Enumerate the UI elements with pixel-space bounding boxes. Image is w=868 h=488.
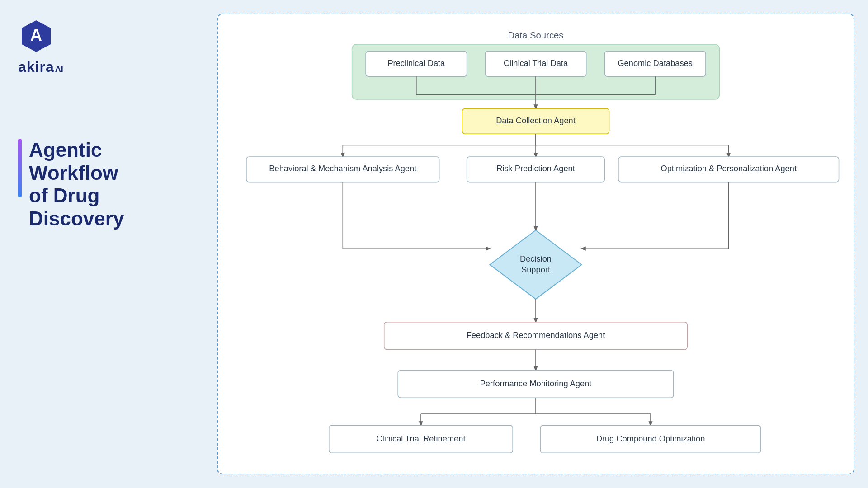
accent-bar: [18, 139, 22, 197]
decision-line1: Decision: [520, 254, 552, 263]
right-panel: Data Sources Preclinical Data Clinical T…: [208, 0, 868, 488]
data-sources-label: Data Sources: [508, 30, 563, 40]
risk-node: Risk Prediction Agent: [496, 164, 575, 173]
logo-icon: A: [18, 18, 54, 54]
trial-refinement-node: Clinical Trial Refinement: [377, 434, 466, 443]
logo-superscript: AI: [55, 65, 63, 74]
logo-text: akiraAI: [18, 59, 63, 75]
workflow-diagram: Data Sources Preclinical Data Clinical T…: [218, 14, 854, 474]
genomic-node: Genomic Databases: [618, 58, 693, 68]
logo-name: akira: [18, 59, 54, 75]
clinical-node: Clinical Trial Data: [504, 58, 568, 68]
drug-compound-node: Drug Compound Optimization: [596, 434, 705, 443]
left-panel: A akiraAI Agentic Workflow of Drug Disco…: [0, 0, 208, 488]
logo-area: A akiraAI: [18, 18, 190, 75]
feedback-node: Feedback & Recommendations Agent: [467, 330, 605, 340]
optimization-node: Optimization & Personalization Agent: [660, 164, 797, 173]
behavioral-node: Behavioral & Mechanism Analysis Agent: [269, 164, 416, 173]
preclinical-node: Preclinical Data: [387, 58, 445, 68]
performance-node: Performance Monitoring Agent: [480, 379, 592, 388]
decision-line2: Support: [521, 265, 550, 274]
diagram-container: Data Sources Preclinical Data Clinical T…: [217, 14, 854, 474]
page-title: Agentic Workflow of Drug Discovery: [29, 139, 190, 230]
title-section: Agentic Workflow of Drug Discovery: [18, 139, 190, 230]
data-collection-node: Data Collection Agent: [496, 116, 576, 125]
svg-text:A: A: [30, 26, 42, 44]
